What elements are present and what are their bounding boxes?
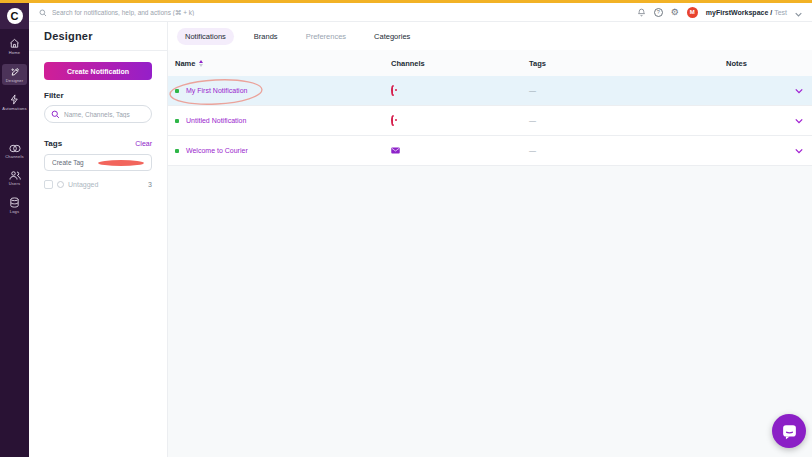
tags-empty-value: — bbox=[529, 87, 536, 94]
sort-icon[interactable] bbox=[199, 60, 203, 67]
email-channel-icon bbox=[391, 148, 400, 155]
column-header-name[interactable]: Name bbox=[175, 59, 195, 68]
notification-list: Name Channels Tags Notes My First Notifi… bbox=[168, 50, 812, 457]
published-status-dot bbox=[175, 149, 179, 153]
sidebar-item-label: Users bbox=[9, 181, 20, 186]
courier-channel-icon bbox=[391, 115, 395, 126]
untagged-label: Untagged bbox=[68, 181, 144, 188]
sidebar-item-designer[interactable]: Designer bbox=[2, 64, 27, 85]
tab-brands[interactable]: Brands bbox=[246, 28, 286, 45]
notification-name-link[interactable]: Untitled Notification bbox=[186, 117, 246, 124]
create-tag-input[interactable]: Create Tag bbox=[44, 154, 152, 171]
panel-divider bbox=[167, 22, 168, 457]
tab-bar: Notifications Brands Preferences Categor… bbox=[177, 28, 418, 45]
filter-search-input[interactable] bbox=[64, 111, 144, 118]
environment-name: Test bbox=[774, 9, 787, 16]
topbar: ? ⚙ M myFirstWorkspace / Test bbox=[29, 3, 812, 22]
channels-icon bbox=[9, 144, 21, 153]
column-header-channels: Channels bbox=[391, 59, 529, 68]
chat-launcher-button[interactable] bbox=[772, 414, 806, 448]
sidebar-item-label: Automations bbox=[2, 106, 26, 111]
designer-icon bbox=[9, 66, 20, 77]
notification-name-link[interactable]: My First Notification bbox=[186, 87, 247, 94]
users-icon bbox=[9, 170, 21, 180]
table-row[interactable]: Welcome to Courier — bbox=[168, 136, 812, 166]
filter-panel: Create Notification Filter Tags Clear Cr… bbox=[29, 50, 167, 457]
help-icon[interactable]: ? bbox=[654, 8, 663, 17]
row-expand-button[interactable] bbox=[786, 118, 812, 124]
bell-icon[interactable] bbox=[637, 3, 646, 21]
sidebar-item-logs[interactable]: Logs bbox=[2, 195, 27, 216]
clear-tags-link[interactable]: Clear bbox=[135, 140, 152, 147]
home-icon bbox=[9, 38, 20, 49]
table-row[interactable]: My First Notification — bbox=[168, 76, 812, 106]
filter-search[interactable] bbox=[44, 105, 152, 123]
logs-icon bbox=[9, 197, 20, 208]
search-icon bbox=[39, 3, 47, 21]
search-icon bbox=[51, 105, 60, 123]
table-header: Name Channels Tags Notes bbox=[168, 50, 812, 76]
global-search[interactable] bbox=[39, 3, 637, 21]
untagged-filter-row[interactable]: Untagged 3 bbox=[44, 180, 152, 189]
page-header: Designer Notifications Brands Preference… bbox=[29, 22, 812, 50]
untagged-count: 3 bbox=[148, 181, 152, 188]
courier-logo[interactable]: C bbox=[0, 3, 29, 29]
tags-empty-value: — bbox=[529, 147, 536, 154]
untagged-tag-circle-icon bbox=[57, 181, 64, 188]
column-header-notes: Notes bbox=[726, 59, 786, 68]
published-status-dot bbox=[175, 119, 179, 123]
tags-section-label: Tags bbox=[44, 139, 62, 148]
page-title: Designer bbox=[44, 30, 93, 42]
environment-color-strip bbox=[0, 0, 812, 3]
workspace-switcher[interactable]: myFirstWorkspace / Test bbox=[706, 9, 787, 16]
published-status-dot bbox=[175, 89, 179, 93]
sidebar-item-channels[interactable]: Channels bbox=[2, 142, 27, 161]
sidebar-item-automations[interactable]: Automations bbox=[2, 92, 27, 113]
table-row[interactable]: Untitled Notification — bbox=[168, 106, 812, 136]
create-notification-button[interactable]: Create Notification bbox=[44, 62, 152, 80]
row-expand-button[interactable] bbox=[786, 88, 812, 94]
sidebar-item-label: Logs bbox=[10, 209, 19, 214]
notification-name-link[interactable]: Welcome to Courier bbox=[186, 147, 248, 154]
chevron-down-icon[interactable] bbox=[795, 3, 802, 21]
column-header-tags: Tags bbox=[529, 59, 726, 68]
courier-channel-icon bbox=[391, 85, 395, 96]
row-expand-button[interactable] bbox=[786, 148, 812, 154]
workspace-name: myFirstWorkspace / bbox=[706, 9, 774, 16]
sidebar-item-users[interactable]: Users bbox=[2, 168, 27, 188]
chat-bubble-icon bbox=[781, 423, 798, 440]
courier-logo-icon: C bbox=[7, 8, 23, 24]
sidebar-item-label: Home bbox=[9, 50, 20, 55]
tags-empty-value: — bbox=[529, 117, 536, 124]
filter-section-label: Filter bbox=[44, 91, 152, 100]
automations-icon bbox=[9, 94, 20, 105]
tab-preferences[interactable]: Preferences bbox=[298, 28, 354, 45]
global-search-input[interactable] bbox=[52, 9, 312, 16]
sidebar-item-home[interactable]: Home bbox=[2, 36, 27, 57]
untagged-checkbox[interactable] bbox=[44, 180, 53, 189]
tab-notifications[interactable]: Notifications bbox=[177, 28, 234, 45]
tag-color-dot[interactable] bbox=[98, 160, 144, 166]
sidebar-item-label: Channels bbox=[5, 154, 24, 159]
sidebar: C Home Designer Automations Channels Use… bbox=[0, 3, 29, 457]
settings-gear-icon[interactable]: ⚙ bbox=[671, 8, 679, 17]
tab-categories[interactable]: Categories bbox=[366, 28, 418, 45]
avatar[interactable]: M bbox=[687, 7, 698, 18]
create-tag-placeholder: Create Tag bbox=[52, 159, 98, 166]
sidebar-item-label: Designer bbox=[6, 78, 24, 83]
